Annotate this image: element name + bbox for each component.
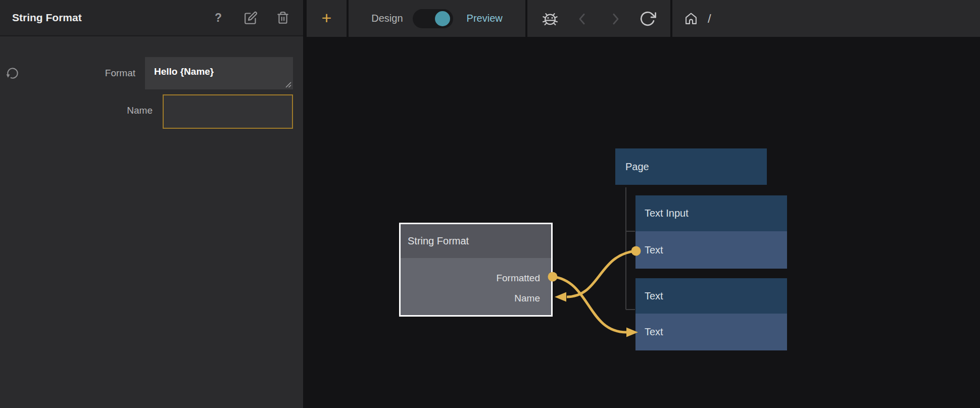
node-page-title: Page <box>615 161 649 173</box>
name-field-label: Name <box>0 105 153 116</box>
panel-title: String Format <box>0 12 82 24</box>
app-window: String Format ? <box>0 0 980 408</box>
wire-textinput-to-name <box>567 251 636 297</box>
node-text-input-title: Text Input <box>635 208 689 219</box>
node-string-format-header[interactable]: String Format <box>401 224 551 258</box>
help-icon: ? <box>215 11 222 25</box>
delete-button[interactable] <box>276 11 290 25</box>
refresh-icon <box>639 10 656 27</box>
navigation-section <box>527 0 670 37</box>
design-preview-toggle[interactable] <box>413 9 453 28</box>
node-text-input-port-text[interactable]: Text <box>635 231 787 269</box>
forward-button[interactable] <box>605 9 625 29</box>
design-mode-label[interactable]: Design <box>371 13 403 24</box>
mode-switch-section: Design Preview <box>349 0 525 37</box>
breadcrumb-section: / <box>672 0 980 37</box>
back-button[interactable] <box>572 9 593 29</box>
chevron-left-icon <box>575 11 590 26</box>
trash-icon <box>276 11 289 24</box>
toggle-knob <box>435 11 450 26</box>
arrowhead-into-name <box>555 292 566 302</box>
port-name-input[interactable]: Name <box>401 293 551 304</box>
preview-mode-label[interactable]: Preview <box>467 13 503 24</box>
port-label-text: Text <box>635 244 663 256</box>
format-field-label: Format <box>0 68 135 79</box>
node-text[interactable]: Text Text <box>635 278 787 350</box>
breadcrumb-path[interactable]: / <box>708 12 711 26</box>
node-text-header[interactable]: Text <box>635 278 787 314</box>
name-field-input[interactable] <box>163 94 293 129</box>
node-page[interactable]: Page <box>615 148 767 185</box>
node-text-port-text[interactable]: Text <box>635 314 787 350</box>
port-formatted-output[interactable]: Formatted <box>401 273 551 284</box>
tree-connector-lines <box>626 187 635 310</box>
bug-icon <box>540 8 560 29</box>
refresh-button[interactable] <box>638 9 658 29</box>
home-button[interactable] <box>684 12 698 26</box>
node-text-input[interactable]: Text Input Text <box>635 195 787 269</box>
edit-button[interactable] <box>243 11 258 25</box>
node-text-title: Text <box>635 290 663 302</box>
home-icon <box>684 10 698 27</box>
port-label-text: Text <box>635 326 663 338</box>
property-panel-header: String Format ? <box>0 0 303 36</box>
wire-formatted-to-text <box>553 277 626 332</box>
format-field-input[interactable]: Hello {Name} <box>145 57 293 89</box>
node-string-format-selected[interactable]: String Format Formatted Name <box>399 223 553 317</box>
plus-icon: + <box>322 9 332 26</box>
node-text-input-header[interactable]: Text Input <box>635 195 787 231</box>
add-node-button[interactable]: + <box>307 0 347 37</box>
edit-icon <box>244 11 258 25</box>
chevron-right-icon <box>608 11 623 26</box>
debug-button[interactable] <box>540 9 560 29</box>
node-string-format-title: String Format <box>401 235 469 247</box>
property-panel: String Format ? <box>0 0 303 408</box>
help-button[interactable]: ? <box>211 11 225 25</box>
